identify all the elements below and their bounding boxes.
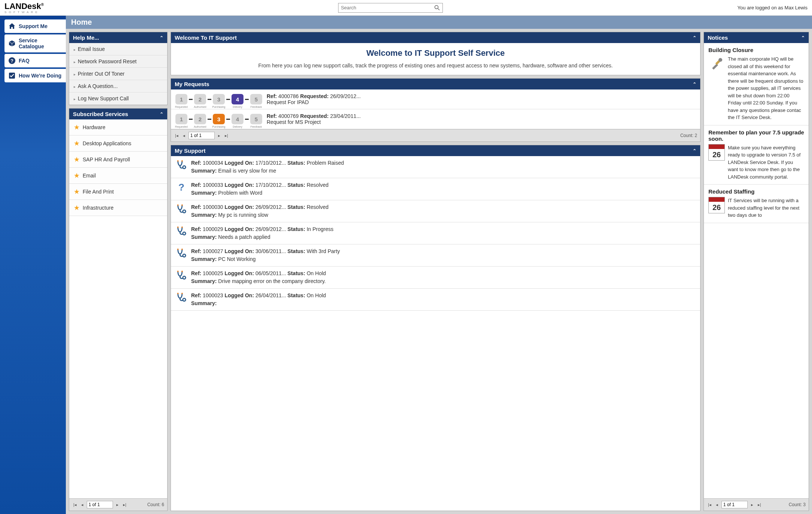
notice-text: IT Services will be running with a reduc… [728, 197, 804, 219]
search-icon[interactable] [434, 5, 440, 11]
support-info: Ref: 1000023 Logged On: 26/04/2011... St… [191, 292, 696, 307]
notice-title: Building Closure [708, 47, 804, 53]
pager-last[interactable]: ▸| [757, 502, 762, 507]
nav-service-catalogue[interactable]: Service Catalogue [4, 34, 66, 52]
step-3: 3Purchasing [213, 114, 225, 124]
service-label: Desktop Applications [83, 140, 131, 146]
help-item[interactable]: Ask A Question... [69, 80, 167, 92]
pager-input[interactable] [721, 501, 748, 508]
nav-faq[interactable]: ? FAQ [4, 54, 66, 67]
collapse-icon[interactable]: ⌃ [801, 35, 805, 40]
pager-first[interactable]: |◂ [707, 502, 713, 507]
nav-label: Service Catalogue [19, 37, 62, 49]
panel-header-subscribed[interactable]: Subscribed Services ⌃ [69, 109, 167, 119]
nav-label: How We're Doing [19, 73, 61, 79]
pager-input[interactable] [87, 501, 113, 508]
search-input-wrap[interactable] [338, 3, 443, 13]
svg-point-11 [181, 204, 183, 206]
service-item[interactable]: ★Email [69, 168, 167, 184]
service-label: File And Print [83, 189, 114, 195]
notice-item[interactable]: Building ClosureThe main corporate HQ wi… [704, 43, 809, 125]
collapse-icon[interactable]: ⌃ [693, 35, 696, 40]
notice-title: Reduced Staffing [708, 188, 804, 195]
page-title: Home [66, 16, 812, 29]
pager-first[interactable]: |◂ [174, 133, 180, 138]
service-item[interactable]: ★Infrastructure [69, 200, 167, 216]
support-item[interactable]: Ref: 1000029 Logged On: 26/09/2012... St… [171, 222, 700, 244]
pager-subscribed: |◂ ◂ ▸ ▸| Count: 6 [69, 498, 167, 511]
notice-text: The main corporate HQ will be closed all… [728, 55, 804, 121]
star-icon: ★ [74, 171, 80, 180]
pager-input[interactable] [189, 132, 215, 139]
pager-count: Count: 6 [147, 502, 164, 507]
welcome-heading: Welcome to IT Support Self Service [178, 48, 693, 58]
svg-point-14 [181, 226, 183, 228]
step-5: 5Feedback [250, 94, 262, 104]
search-input[interactable] [341, 5, 434, 10]
pager-first[interactable]: |◂ [72, 502, 78, 507]
nav-support-me[interactable]: Support Me [4, 19, 66, 33]
pager-next[interactable]: ▸ [217, 133, 221, 138]
svg-point-9 [183, 210, 186, 213]
support-info: Ref: 1000029 Logged On: 26/09/2012... St… [191, 225, 696, 241]
collapse-icon[interactable]: ⌃ [693, 148, 696, 153]
service-item[interactable]: ★Hardware [69, 119, 167, 136]
support-item[interactable]: Ref: 1000023 Logged On: 26/04/2011... St… [171, 289, 700, 311]
request-item[interactable]: 1Requested2Authorised3Purchasing4Deliver… [171, 89, 700, 109]
support-item[interactable]: Ref: 1000034 Logged On: 17/10/2012... St… [171, 156, 700, 178]
star-icon: ★ [74, 139, 80, 147]
step-2: 2Authorised [194, 94, 206, 104]
collapse-icon[interactable]: ⌃ [160, 35, 163, 40]
support-info: Ref: 1000033 Logged On: 17/10/2012... St… [191, 181, 696, 197]
help-item[interactable]: Printer Out Of Toner [69, 68, 167, 80]
notice-item[interactable]: Remember to plan your 7.5 upgrade soon.2… [704, 125, 809, 185]
panel-header-notices[interactable]: Notices ⌃ [704, 32, 809, 43]
pager-prev[interactable]: ◂ [80, 502, 85, 507]
stethoscope-icon [175, 292, 187, 304]
pager-last[interactable]: ▸| [122, 502, 128, 507]
help-item[interactable]: Email Issue [69, 43, 167, 55]
service-label: Email [83, 173, 96, 179]
svg-point-20 [181, 271, 183, 272]
support-item[interactable]: ?Ref: 1000033 Logged On: 17/10/2012... S… [171, 178, 700, 200]
panel-header-help-me[interactable]: Help Me... ⌃ [69, 32, 167, 43]
svg-point-10 [177, 204, 179, 206]
pager-last[interactable]: ▸| [224, 133, 229, 138]
support-item[interactable]: Ref: 1000025 Logged On: 06/05/2011... St… [171, 267, 700, 289]
panel-header-requests[interactable]: My Requests ⌃ [171, 79, 700, 89]
nav-label: Support Me [19, 23, 48, 29]
pager-next[interactable]: ▸ [115, 502, 120, 507]
panel-header-welcome[interactable]: Welcome To IT Support ⌃ [171, 32, 700, 43]
support-info: Ref: 1000025 Logged On: 06/05/2011... St… [191, 270, 696, 285]
top-bar: LANDesk® S O F T W A R E You are logged … [0, 0, 812, 16]
service-item[interactable]: ★Desktop Applications [69, 136, 167, 152]
svg-point-18 [183, 276, 186, 279]
calendar-icon: 26 [708, 144, 725, 161]
notice-item[interactable]: Reduced Staffing26IT Services will be ru… [704, 185, 809, 223]
help-item[interactable]: Network Password Reset [69, 55, 167, 68]
step-3: 3Purchasing [213, 94, 225, 104]
pager-prev[interactable]: ◂ [182, 133, 186, 138]
service-item[interactable]: ★File And Print [69, 184, 167, 200]
nav-how-doing[interactable]: How We're Doing [4, 69, 66, 82]
service-label: SAP HR And Payroll [83, 156, 130, 162]
svg-point-12 [183, 232, 186, 235]
step-2: 2Authorised [194, 114, 206, 124]
stethoscope-icon [175, 270, 187, 282]
notice-text: Make sure you have everything ready to u… [728, 144, 804, 181]
support-item[interactable]: Ref: 1000027 Logged On: 30/06/2011... St… [171, 244, 700, 267]
pager-prev[interactable]: ◂ [715, 502, 719, 507]
request-item[interactable]: 1Requested2Authorised3Purchasing4Deliver… [171, 109, 700, 129]
pager-next[interactable]: ▸ [750, 502, 754, 507]
collapse-icon[interactable]: ⌃ [693, 82, 696, 87]
service-item[interactable]: ★SAP HR And Payroll [69, 152, 167, 168]
help-item[interactable]: Log New Support Call [69, 92, 167, 105]
home-icon [8, 22, 16, 30]
panel-notices: Notices ⌃ Building ClosureThe main corpo… [704, 32, 809, 511]
support-info: Ref: 1000034 Logged On: 17/10/2012... St… [191, 159, 696, 175]
collapse-icon[interactable]: ⌃ [160, 112, 163, 117]
svg-point-17 [181, 249, 183, 250]
panel-header-support[interactable]: My Support ⌃ [171, 145, 700, 156]
support-item[interactable]: Ref: 1000030 Logged On: 26/09/2012... St… [171, 200, 700, 222]
svg-point-19 [177, 271, 179, 272]
